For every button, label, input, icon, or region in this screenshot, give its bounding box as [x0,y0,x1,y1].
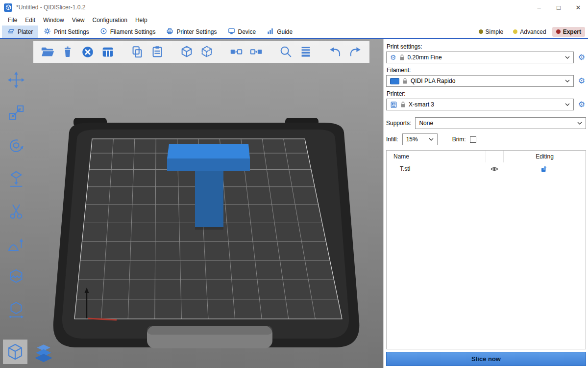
cut-button[interactable] [5,201,27,222]
tab-label: Print Settings [54,28,89,35]
tab-device[interactable]: Device [222,26,262,38]
brim-checkbox[interactable] [470,136,476,143]
cut-icon [7,202,25,221]
delete-button[interactable] [59,44,76,60]
printer-settings-icon [166,27,173,36]
object-name: T.stl [387,162,486,175]
main-area: Print settings: ⚙ 0.20mm Fine ⚙ Filament… [0,39,588,368]
mode-label: Simple [486,28,504,35]
menu-configuration[interactable]: Configuration [89,15,131,26]
printer-edit-gear-icon[interactable]: ⚙ [577,101,586,108]
open-folder-button[interactable] [39,44,56,60]
tab-label: Guide [277,28,293,35]
infill-value: 15% [406,136,426,143]
preview-view-button[interactable] [31,340,56,364]
split-to-objects-button[interactable] [178,44,195,60]
copy-button[interactable] [129,44,146,60]
filament-color-swatch [390,78,399,84]
scene-3d[interactable] [0,39,383,368]
mode-advanced[interactable]: Advanced [509,27,550,37]
editor-3d-cube-icon [5,342,25,362]
menu-view[interactable]: View [68,15,89,26]
tab-plater[interactable]: Plater [2,26,38,38]
settings-sidebar: Print settings: ⚙ 0.20mm Fine ⚙ Filament… [383,39,588,368]
undo-icon [328,45,343,59]
tab-bar: Plater Print Settings Filament Settings … [0,26,588,39]
arrange-button[interactable] [99,44,116,60]
filament-value: QIDI PLA Rapido [411,78,562,84]
app-logo-icon [4,3,12,12]
move-button[interactable] [5,70,27,90]
tab-label: Filament Settings [110,28,156,35]
scale-button[interactable] [5,103,27,123]
delete-all-button[interactable] [79,44,96,60]
mode-simple[interactable]: Simple [475,27,508,37]
print-settings-label: Print settings: [387,43,586,50]
preview-layers-icon [33,342,54,362]
remove-instance-icon [249,45,264,59]
paste-button[interactable] [149,44,166,60]
editor-view-button[interactable] [3,340,27,364]
tab-filament-settings[interactable]: Filament Settings [95,26,161,38]
paint-support-icon [7,235,25,254]
minimize-button[interactable]: – [529,0,549,15]
delete-all-icon [80,45,95,59]
tab-guide[interactable]: Guide [261,26,298,38]
menu-window[interactable]: Window [39,15,68,26]
slice-now-button[interactable]: Slice now [386,352,586,366]
advanced-mode-dot-icon [513,29,517,34]
open-folder-icon [40,45,55,59]
scale-icon [7,104,25,122]
print-settings-edit-gear-icon[interactable]: ⚙ [577,53,586,61]
infill-brim-row: Infill: 15% Brim: [386,133,586,145]
maximize-button[interactable]: □ [549,0,568,15]
filament-combo[interactable]: QIDI PLA Rapido [386,75,574,87]
variable-layer-height-icon [298,45,313,59]
remove-instance-button[interactable] [248,44,265,60]
move-icon [7,71,25,89]
place-on-face-button[interactable] [5,168,27,189]
seam-fuzzy-skin-button[interactable] [5,267,27,288]
undo-button[interactable] [327,44,343,60]
supports-combo[interactable]: None [415,117,586,129]
redo-button[interactable] [347,44,364,60]
simple-mode-dot-icon [479,29,483,34]
print-settings-combo[interactable]: ⚙ 0.20mm Fine [386,52,574,63]
search-icon [278,45,293,59]
mode-switcher: Simple Advanced Expert [475,26,588,38]
menu-edit[interactable]: Edit [21,15,39,26]
filament-edit-gear-icon[interactable]: ⚙ [577,77,586,85]
mode-expert[interactable]: Expert [552,27,585,37]
eye-icon[interactable] [490,166,499,172]
viewport-3d[interactable] [0,39,383,368]
add-instance-icon [229,45,244,59]
menu-help[interactable]: Help [131,15,151,26]
search-button[interactable] [277,44,294,60]
chevron-down-icon [565,79,570,82]
delete-icon [60,45,75,59]
printer-icon [390,101,397,108]
edit-object-icon[interactable] [540,165,548,173]
printer-combo[interactable]: X-smart 3 [386,99,574,110]
device-icon [228,27,235,36]
print-settings-row: ⚙ 0.20mm Fine ⚙ [386,52,586,63]
app-window: *Untitled - QIDISlicer-1.0.2 – □ ✕ File … [0,0,588,368]
infill-label: Infill: [386,136,398,143]
add-instance-button[interactable] [228,44,245,60]
tab-print-settings[interactable]: Print Settings [38,26,94,38]
supports-value: None [419,120,574,127]
rotate-button[interactable] [5,135,27,156]
supports-row: Supports: None [386,117,586,129]
close-button[interactable]: ✕ [568,0,588,15]
variable-layer-height-button[interactable] [297,44,314,60]
place-on-face-icon [7,169,25,188]
object-list-panel: Name Editing T.stl [386,150,586,349]
tab-printer-settings[interactable]: Printer Settings [161,26,222,38]
paint-support-button[interactable] [5,234,27,255]
object-list-row[interactable]: T.stl [387,162,586,175]
split-to-parts-button[interactable] [198,44,215,60]
infill-combo[interactable]: 15% [402,133,438,145]
measure-button[interactable] [5,300,27,320]
lock-icon [400,101,406,108]
menu-file[interactable]: File [4,15,21,26]
